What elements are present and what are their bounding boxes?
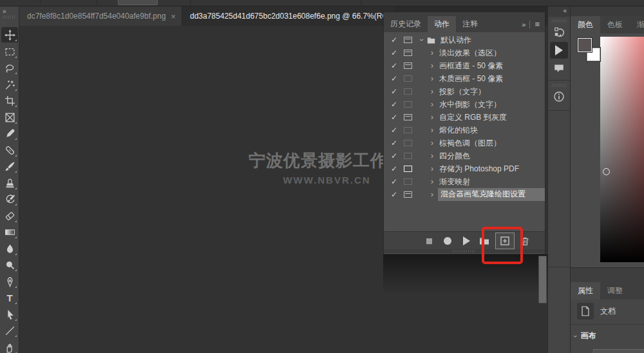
chevron-right-icon[interactable]: › (428, 61, 437, 70)
toggle-check-icon[interactable]: ✓ (389, 74, 399, 83)
dock-grip[interactable] (552, 84, 566, 87)
scrollbar-thumb[interactable] (538, 256, 547, 303)
toggle-check-icon[interactable]: ✓ (389, 138, 399, 148)
chevron-right-icon[interactable]: › (428, 138, 437, 148)
action-row[interactable]: ✓›混合器画笔克隆绘图设置 (384, 188, 545, 201)
lasso-tool[interactable] (1, 60, 18, 75)
action-set-row[interactable]: ✓›默认动作 (384, 33, 545, 46)
action-row[interactable]: ✓›投影（文字） (384, 85, 545, 98)
line-tool[interactable] (1, 323, 18, 338)
chevron-down-icon[interactable]: › (417, 35, 426, 44)
chevron-right-icon[interactable]: › (428, 87, 437, 96)
foreground-color-swatch[interactable] (578, 38, 592, 52)
chevron-right-icon[interactable]: › (428, 190, 437, 199)
magic-wand-tool[interactable] (1, 77, 18, 92)
tab-notes[interactable]: 注释 (456, 16, 484, 32)
action-row[interactable]: ✓›渐变映射 (384, 175, 545, 188)
toggle-check-icon[interactable]: ✓ (389, 100, 399, 109)
dialog-toggle-icon[interactable] (404, 101, 412, 108)
chevron-right-icon[interactable]: › (428, 126, 437, 135)
action-row[interactable]: ✓›淡出效果（选区） (384, 46, 545, 59)
toolbar-expand-icon[interactable]: » (3, 8, 6, 15)
history-brush-tool[interactable] (1, 191, 18, 207)
toggle-check-icon[interactable]: ✓ (389, 113, 399, 122)
chevron-right-icon[interactable]: › (428, 100, 437, 109)
move-tool[interactable] (1, 27, 18, 43)
dialog-toggle-icon[interactable] (404, 37, 412, 43)
tab-properties[interactable]: 属性 (571, 282, 600, 300)
dialog-toggle-icon[interactable] (404, 178, 412, 185)
chevron-right-icon[interactable]: › (428, 177, 437, 186)
dialog-toggle-icon[interactable] (404, 153, 412, 159)
chevron-right-icon[interactable]: › (428, 113, 437, 122)
dialog-toggle-icon[interactable] (404, 75, 412, 82)
type-tool[interactable]: T (1, 290, 18, 305)
document-tab-active[interactable]: dd3a785425d41d675bc2d031e608ef6e.png @ 6… (182, 6, 395, 26)
action-row[interactable]: ✓›四分颜色 (384, 149, 545, 162)
dialog-toggle-icon[interactable] (404, 114, 412, 120)
action-row[interactable]: ✓›木质画框 - 50 像素 (384, 72, 545, 85)
dodge-tool[interactable] (1, 257, 18, 272)
tab-gradient[interactable]: 渐变 (630, 16, 644, 33)
toolbar-grip[interactable] (3, 15, 15, 19)
brush-tool[interactable] (1, 158, 18, 174)
panel-collapse-icon[interactable]: » (522, 21, 525, 28)
width-input[interactable]: 300 像素 (593, 349, 644, 353)
action-row[interactable]: ✓›棕褐色调（图层） (384, 137, 545, 149)
actions-panel-icon[interactable] (550, 42, 568, 59)
toggle-check-icon[interactable]: ✓ (389, 61, 399, 70)
eyedropper-tool[interactable] (1, 126, 18, 141)
clone-stamp-tool[interactable] (1, 175, 18, 191)
action-row[interactable]: ✓›自定义 RGB 到灰度 (384, 111, 545, 124)
dialog-toggle-icon[interactable] (404, 50, 412, 56)
toggle-check-icon[interactable]: ✓ (389, 190, 399, 199)
dock-collapse-icon[interactable]: « (548, 6, 570, 17)
dialog-toggle-icon[interactable] (404, 191, 412, 198)
panel-menu-icon[interactable]: ≡ (535, 19, 540, 29)
chevron-right-icon[interactable]: › (428, 151, 437, 160)
crop-tool[interactable] (1, 93, 18, 108)
action-row[interactable]: ✓›画框通道 - 50 像素 (384, 59, 545, 72)
info-panel-icon[interactable] (550, 88, 568, 105)
marquee-tool[interactable] (1, 44, 18, 59)
color-picker-field[interactable] (600, 37, 644, 262)
healing-brush-tool[interactable] (1, 142, 18, 158)
record-button[interactable] (440, 232, 455, 250)
eraser-tool[interactable] (1, 208, 18, 224)
pen-tool[interactable] (1, 274, 18, 289)
tab-history[interactable]: 历史记录 (384, 16, 428, 32)
play-button[interactable] (459, 232, 473, 250)
toggle-check-icon[interactable]: ✓ (389, 177, 399, 186)
toggle-check-icon[interactable]: ✓ (389, 151, 399, 160)
dialog-toggle-icon[interactable] (404, 127, 412, 133)
dock-grip[interactable] (552, 19, 566, 23)
document-tab[interactable]: dc7fe8f8c1d0e854ff7d54e040afe9bf.png × (19, 6, 182, 26)
toggle-check-icon[interactable]: ✓ (389, 35, 399, 44)
notes-panel-icon[interactable] (550, 60, 568, 77)
chevron-right-icon[interactable]: › (428, 74, 437, 83)
dialog-toggle-icon[interactable] (404, 62, 412, 69)
toggle-check-icon[interactable]: ✓ (389, 164, 399, 173)
chevron-right-icon[interactable]: › (428, 164, 437, 173)
frame-tool[interactable] (1, 110, 18, 125)
tab-actions[interactable]: 动作 (428, 16, 456, 32)
tab-adjustments[interactable]: 调整 (600, 282, 630, 300)
path-select-tool[interactable] (1, 307, 18, 322)
tab-color[interactable]: 颜色 (571, 16, 600, 33)
color-picker-cursor[interactable] (603, 168, 610, 175)
options-button[interactable] (118, 0, 158, 5)
hand-tool[interactable] (1, 339, 18, 353)
toggle-check-icon[interactable]: ✓ (389, 48, 399, 57)
tab-close-icon[interactable]: × (171, 12, 176, 21)
toggle-check-icon[interactable]: ✓ (389, 126, 399, 135)
action-row[interactable]: ✓›水中倒影（文字） (384, 98, 545, 111)
blur-tool[interactable] (1, 241, 18, 256)
dialog-toggle-icon[interactable] (404, 88, 412, 95)
toggle-check-icon[interactable]: ✓ (389, 87, 399, 96)
dialog-toggle-icon[interactable] (404, 140, 412, 146)
gradient-tool[interactable] (1, 224, 18, 240)
tab-swatches[interactable]: 色板 (600, 16, 630, 33)
action-row[interactable]: ✓›存储为 Photoshop PDF (384, 162, 545, 175)
history-panel-icon[interactable] (550, 24, 568, 41)
chevron-right-icon[interactable]: › (428, 48, 437, 57)
